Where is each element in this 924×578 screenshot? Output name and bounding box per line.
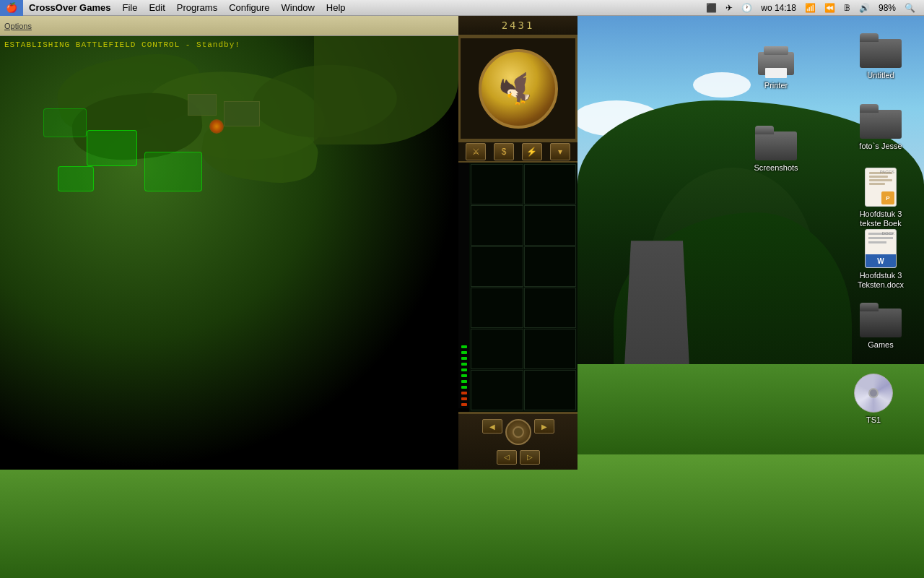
score-value: 2431 <box>502 20 535 31</box>
unit-slot-7[interactable] <box>471 288 523 328</box>
games-folder-tab <box>860 303 879 311</box>
desktop-icon-screenshots[interactable]: Screenshots <box>747 124 805 173</box>
folder-body-2 <box>860 110 902 139</box>
time-machine-icon: ⏪ <box>821 3 838 13</box>
building-2 <box>224 101 260 126</box>
folder-tab-s <box>755 126 774 134</box>
printer-paper <box>765 68 787 78</box>
menu-bar: 🍎 CrossOver Games File Edit Programs Con… <box>0 0 924 16</box>
word-badge: W <box>866 254 896 267</box>
games-folder-icon <box>860 301 902 337</box>
options-label[interactable]: Options <box>4 22 32 30</box>
foto-jesse-label: foto`s Jesse <box>852 142 910 151</box>
games-label: Games <box>852 340 910 350</box>
building-1 <box>188 94 217 116</box>
unit-slot-8[interactable] <box>524 288 577 328</box>
hoofdstuk3-boek-label: Hoofdstuk 3 tekste Boek <box>852 210 910 228</box>
action-btn-lightning[interactable]: ⚡ <box>522 143 542 160</box>
unit-slot-1[interactable] <box>471 164 523 204</box>
desktop: ⬛ Options ESTABLISHING BATTLEFIELD CONTR… <box>0 16 924 578</box>
action-btn-arrow[interactable]: ▾ <box>550 143 570 160</box>
pages-icon: P PAGES <box>865 168 897 207</box>
portrait-bird-icon: 🦅 <box>494 65 542 113</box>
folder-tab-2 <box>860 104 879 113</box>
bluetooth-icon2: 𝔹 <box>841 3 853 13</box>
nav-button-row-bottom: ◁ ▷ <box>497 450 540 465</box>
window-menu[interactable]: Window <box>276 0 321 16</box>
hoofdstuk3-docx-label: Hoofdstuk 3 Teksten.docx <box>852 271 910 290</box>
printer-tray <box>764 46 788 55</box>
unit-indicator-4 <box>58 166 94 191</box>
bluetooth-icon: ⬛ <box>703 3 720 13</box>
score-display: 2431 <box>458 16 578 36</box>
health-seg-g3 <box>461 357 467 360</box>
desktop-icon-hoofdstuk3-boek[interactable]: P PAGES Hoofdstuk 3 tekste Boek <box>852 168 910 228</box>
game-window: Options ESTABLISHING BATTLEFIELD CONTROL… <box>0 16 578 470</box>
nav-btn-left[interactable]: ◀ <box>482 419 502 434</box>
nav-btn-center[interactable] <box>505 419 531 445</box>
unit-slot-12[interactable] <box>524 370 577 410</box>
nav-btn-scroll-right[interactable]: ▷ <box>520 450 540 465</box>
app-name-menu[interactable]: CrossOver Games <box>23 0 116 16</box>
word-badge-label: W <box>877 257 884 265</box>
unit-slot-9[interactable] <box>471 329 523 369</box>
health-seg-g4 <box>461 363 467 366</box>
menu-bar-right: ⬛ ✈ 🕐 wo 14:18 📶 ⏪ 𝔹 🔊 98% 🔍 <box>703 3 924 13</box>
desktop-icon-printer[interactable]: Printer <box>747 45 805 90</box>
unit-slot-2[interactable] <box>524 164 577 204</box>
action-buttons-row: ⚔ $ ⚡ ▾ <box>458 141 578 163</box>
cloud-2 <box>693 72 751 98</box>
unit-slot-3[interactable] <box>471 205 523 246</box>
action-btn-sword[interactable]: ⚔ <box>466 143 486 160</box>
volume-icon: 🔊 <box>856 3 873 13</box>
search-icon[interactable]: 🔍 <box>902 3 918 13</box>
unit-slot-4[interactable] <box>524 205 577 246</box>
foto-jesse-folder-icon <box>860 103 902 139</box>
battlefield-text: ESTABLISHING BATTLEFIELD CONTROL - Stand… <box>0 36 458 53</box>
nav-btn-scroll-left[interactable]: ◁ <box>497 450 517 465</box>
nav-button-row-top: ◀ ▶ <box>482 419 554 445</box>
unit-indicator-1 <box>87 130 137 166</box>
unit-indicator-3 <box>43 108 87 137</box>
untitled-folder-icon <box>860 32 902 68</box>
programs-menu[interactable]: Programs <box>171 0 223 16</box>
action-btn-money[interactable]: $ <box>494 143 514 160</box>
unit-slot-5[interactable] <box>471 246 523 287</box>
unit-grid <box>469 163 578 412</box>
bottom-controls: ◀ ▶ ◁ ▷ <box>458 412 578 470</box>
desktop-icon-untitled[interactable]: Untitled <box>852 32 910 80</box>
portrait-circle: 🦅 <box>479 49 558 129</box>
edit-menu[interactable]: Edit <box>143 0 170 16</box>
configure-menu[interactable]: Configure <box>223 0 275 16</box>
printer-icon-shape <box>757 45 796 78</box>
folder-body-s <box>755 131 797 160</box>
wifi-icon: 📶 <box>802 3 819 13</box>
desktop-icon-games[interactable]: Games <box>852 301 910 350</box>
folder-tab <box>860 33 879 42</box>
menu-bar-left: 🍎 CrossOver Games File Edit Programs Con… <box>0 0 352 16</box>
health-seg-r1 <box>461 392 467 394</box>
help-menu[interactable]: Help <box>321 0 352 16</box>
pages-type-indicator: PAGES <box>880 170 894 174</box>
apple-icon: 🍎 <box>6 2 17 13</box>
printer-label: Printer <box>747 81 805 90</box>
unit-slot-11[interactable] <box>471 370 523 410</box>
cd-hole <box>868 388 879 398</box>
health-seg-g7 <box>461 380 467 383</box>
desktop-icon-foto-jesse[interactable]: foto`s Jesse <box>852 103 910 151</box>
desktop-icon-hoofdstuk3-docx[interactable]: W DOCX Hoofdstuk 3 Teksten.docx <box>852 229 910 290</box>
apple-menu-item[interactable]: 🍎 <box>0 0 23 16</box>
nav-btn-right[interactable]: ▶ <box>534 419 554 434</box>
health-seg-r3 <box>461 403 467 406</box>
unit-slot-10[interactable] <box>524 329 577 369</box>
fire-effect <box>209 119 224 134</box>
file-menu[interactable]: File <box>116 0 143 16</box>
clock-icon: 🕐 <box>738 3 755 13</box>
word-line-2 <box>868 237 893 239</box>
unit-slot-6[interactable] <box>524 246 577 287</box>
games-folder-body <box>860 309 902 337</box>
pages-badge: P <box>881 191 894 204</box>
game-map[interactable] <box>0 36 458 470</box>
untitled-label: Untitled <box>852 71 910 80</box>
desktop-icon-ts1[interactable]: TS1 <box>845 374 902 425</box>
